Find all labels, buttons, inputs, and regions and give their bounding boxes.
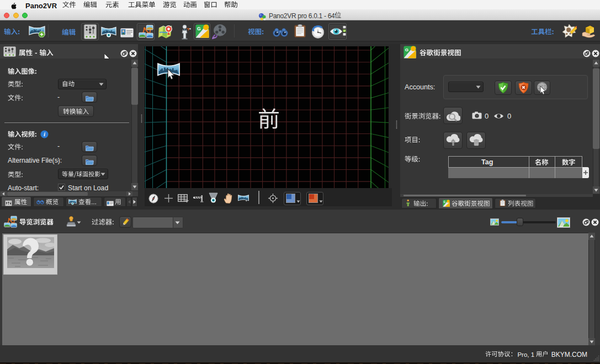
svg-text:G: G <box>197 26 200 31</box>
svg-text:G: G <box>405 47 408 52</box>
svg-text:G: G <box>444 201 446 204</box>
